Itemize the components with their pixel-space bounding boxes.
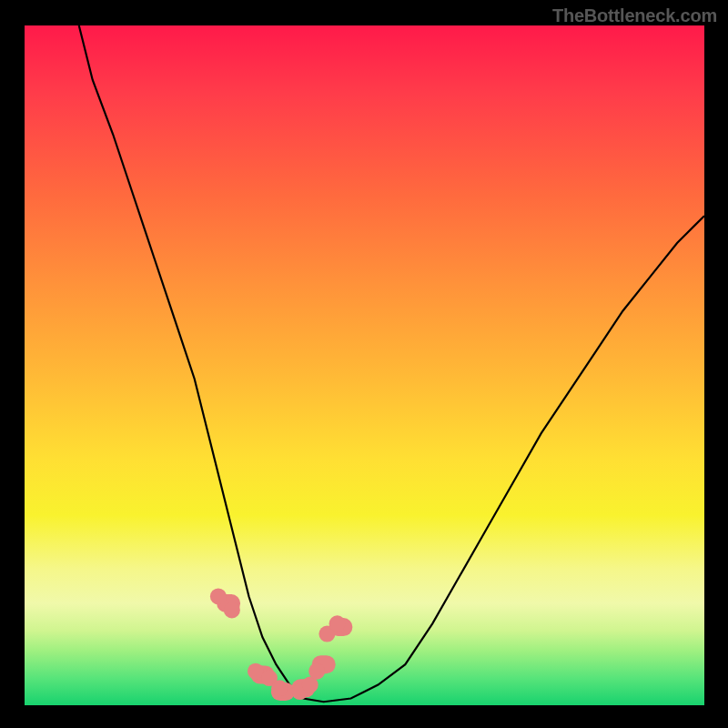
marker-dot	[329, 615, 346, 632]
marker-dot	[271, 680, 288, 696]
plot-area	[25, 25, 704, 705]
chart-container: TheBottleneck.com	[0, 0, 728, 728]
marker-dot	[308, 663, 325, 680]
highlight-markers	[210, 588, 346, 700]
chart-svg	[25, 25, 704, 705]
marker-dot	[224, 602, 240, 618]
marker-dot	[210, 588, 227, 604]
bottleneck-curve	[79, 25, 704, 702]
watermark-text: TheBottleneck.com	[552, 5, 717, 26]
